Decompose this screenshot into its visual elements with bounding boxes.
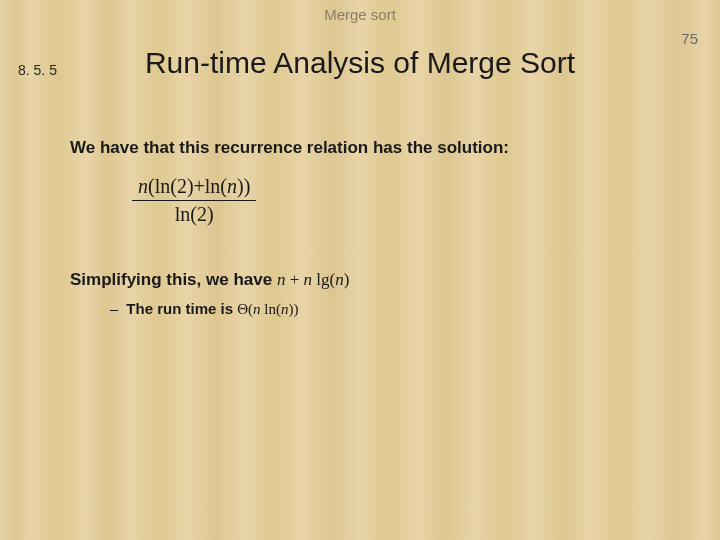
bullet-n1: n: [253, 301, 261, 317]
bullet-prefix: The run time is: [126, 300, 237, 317]
numerator-close: )): [237, 175, 250, 197]
formula-fraction: n(ln(2)+ln(n)) ln(2): [132, 175, 256, 226]
expr-lg-open: lg(: [312, 270, 335, 289]
simplify-prefix: Simplifying this, we have: [70, 270, 277, 289]
numerator-mid: (ln(2)+ln(: [148, 175, 227, 197]
formula-numerator: n(ln(2)+ln(n)): [132, 175, 256, 200]
slide-title: Run-time Analysis of Merge Sort: [0, 46, 720, 80]
expr-plus: +: [285, 270, 303, 289]
var-n-inner: n: [227, 175, 237, 197]
bullet-close: )): [288, 301, 298, 317]
bullet-dash: –: [110, 300, 118, 317]
intro-text: We have that this recurrence relation ha…: [70, 138, 509, 158]
expr-close: ): [344, 270, 350, 289]
bullet-ln-open: ln(: [261, 301, 281, 317]
var-n: n: [138, 175, 148, 197]
runtime-bullet: –The run time is Θ(n ln(n)): [110, 300, 298, 318]
formula-denominator: ln(2): [132, 201, 256, 226]
simplify-text: Simplifying this, we have n + n lg(n): [70, 270, 349, 290]
expr-n2: n: [303, 270, 312, 289]
expr-n3: n: [335, 270, 344, 289]
page-number: 75: [681, 30, 698, 47]
theta-symbol: Θ(: [237, 301, 253, 317]
slide-topic-header: Merge sort: [0, 0, 720, 23]
